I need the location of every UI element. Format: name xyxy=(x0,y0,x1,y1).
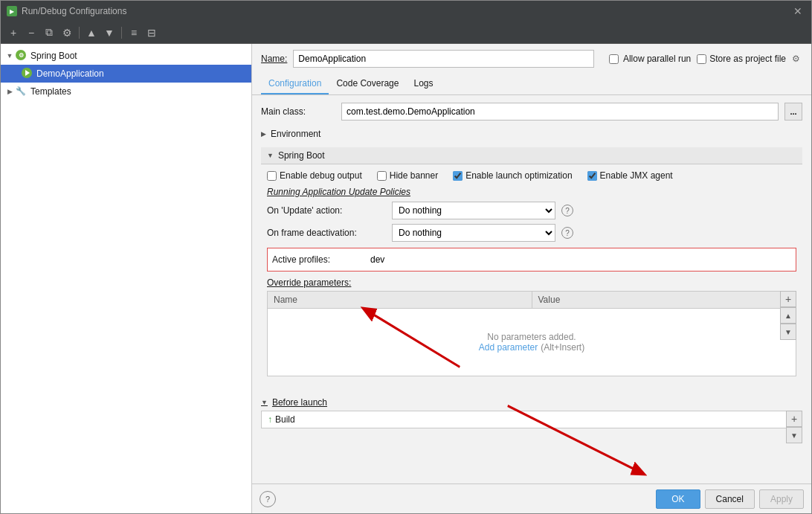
tab-code-coverage[interactable]: Code Coverage xyxy=(329,74,406,94)
app-icon: ▶ xyxy=(7,6,17,16)
add-param-row: Add parameter (Alt+Insert) xyxy=(479,342,584,353)
main-class-row: Main class: ... xyxy=(261,103,802,121)
copy-config-button[interactable]: ⧉ xyxy=(41,25,57,41)
build-label: Build xyxy=(275,414,295,425)
left-panel: ▼ ⚙ Spring Boot DemoApplication ▶ xyxy=(1,44,252,513)
enable-launch-opt-label: Enable launch optimization xyxy=(465,170,572,181)
environment-arrow-icon: ▶ xyxy=(261,130,266,138)
active-profiles-label: Active profiles: xyxy=(272,254,361,265)
toolbar-separator-2 xyxy=(121,27,122,39)
override-params-section: Override parameters: Name Value No param… xyxy=(267,277,796,376)
before-launch-scroll-down-button[interactable]: ▼ xyxy=(786,427,802,443)
dialog-window: ▶ Run/Debug Configurations ✕ + − ⧉ ⚙ ▲ ▼… xyxy=(0,0,812,514)
help-button[interactable]: ? xyxy=(260,491,276,507)
add-param-shortcut: (Alt+Insert) xyxy=(541,342,584,353)
ok-button[interactable]: OK xyxy=(656,489,700,509)
param-name-col-header: Name xyxy=(268,292,532,308)
collapse-arrow-spring-boot: ▼ xyxy=(4,50,16,62)
before-launch-header[interactable]: ▼ Before launch xyxy=(261,394,802,411)
tree-item-demo-app[interactable]: DemoApplication xyxy=(1,65,251,83)
policies-title: Running Application Update Policies xyxy=(267,187,796,197)
build-arrow-icon: ↑ xyxy=(268,414,272,425)
close-button[interactable]: ✕ xyxy=(790,4,805,18)
move-up-button[interactable]: ▲ xyxy=(83,25,100,41)
add-param-link[interactable]: Add parameter xyxy=(479,342,538,353)
spring-boot-section-arrow-icon: ▼ xyxy=(267,152,274,159)
enable-jmx-checkbox[interactable] xyxy=(587,171,597,181)
param-value-col-header: Value xyxy=(532,292,796,308)
spring-boot-label: Spring Boot xyxy=(30,51,77,61)
environment-section: ▶ Environment xyxy=(261,126,802,141)
spring-boot-section-title: Spring Boot xyxy=(278,150,325,161)
hide-banner-container: Hide banner xyxy=(377,170,438,181)
param-side-buttons: + ▲ ▼ xyxy=(780,291,796,340)
tree-view: ▼ ⚙ Spring Boot DemoApplication ▶ xyxy=(1,44,251,513)
name-label: Name: xyxy=(261,54,287,64)
override-params-title: Override parameters: xyxy=(267,277,796,288)
on-frame-help-icon[interactable]: ? xyxy=(561,227,573,239)
store-project-gear-icon[interactable]: ⚙ xyxy=(789,52,802,65)
on-update-select[interactable]: Do nothing xyxy=(392,202,555,219)
main-class-browse-button[interactable]: ... xyxy=(784,103,802,121)
move-down-button[interactable]: ▼ xyxy=(101,25,117,41)
enable-jmx-container: Enable JMX agent xyxy=(587,170,673,181)
environment-header[interactable]: ▶ Environment xyxy=(261,126,802,141)
no-params-message: No parameters added. xyxy=(487,332,576,342)
main-class-input[interactable] xyxy=(341,103,779,121)
store-project-checkbox[interactable] xyxy=(697,54,706,64)
toolbar: + − ⧉ ⚙ ▲ ▼ ≡ ⊟ xyxy=(1,22,811,44)
on-frame-label: On frame deactivation: xyxy=(267,228,386,238)
param-table-container: Name Value No parameters added. Add para… xyxy=(267,291,796,376)
on-update-label: On 'Update' action: xyxy=(267,205,386,216)
enable-debug-label: Enable debug output xyxy=(280,170,362,181)
titlebar: ▶ Run/Debug Configurations ✕ xyxy=(1,1,811,22)
environment-title: Environment xyxy=(271,129,320,139)
active-profiles-row: Active profiles: xyxy=(267,248,796,272)
store-project-label: Store as project file xyxy=(709,54,786,64)
build-item: ↑ Build xyxy=(268,414,295,425)
active-profiles-input[interactable] xyxy=(367,251,791,268)
param-table-body: No parameters added. Add parameter (Alt+… xyxy=(268,309,796,376)
apply-button[interactable]: Apply xyxy=(759,489,804,509)
on-update-help-icon[interactable]: ? xyxy=(561,205,573,216)
add-config-button[interactable]: + xyxy=(5,25,22,41)
tree-item-spring-boot[interactable]: ▼ ⚙ Spring Boot xyxy=(1,47,251,65)
split-button[interactable]: ⊟ xyxy=(144,25,160,41)
before-launch-title: Before launch xyxy=(272,397,327,408)
settings-button[interactable]: ⚙ xyxy=(59,25,75,41)
spring-boot-group-icon: ⚙ xyxy=(16,50,28,62)
demo-app-icon xyxy=(22,68,33,80)
allow-parallel-container: Allow parallel run xyxy=(609,54,691,64)
spring-checkboxes-row: Enable debug output Hide banner Enable l… xyxy=(267,170,796,181)
remove-config-button[interactable]: − xyxy=(23,25,39,41)
before-launch-add-button[interactable]: + xyxy=(786,411,802,427)
cancel-button[interactable]: Cancel xyxy=(705,489,755,509)
param-scroll-down-button[interactable]: ▼ xyxy=(780,324,796,340)
enable-launch-opt-checkbox[interactable] xyxy=(453,171,463,181)
spring-boot-section-header[interactable]: ▼ Spring Boot xyxy=(261,147,802,164)
toolbar-separator xyxy=(79,27,80,39)
allow-parallel-label: Allow parallel run xyxy=(623,54,691,64)
spring-boot-section: ▼ Spring Boot Enable debug output xyxy=(261,147,802,388)
param-table-header: Name Value xyxy=(268,292,796,309)
tab-configuration[interactable]: Configuration xyxy=(261,74,329,94)
sort-button[interactable]: ≡ xyxy=(126,25,142,41)
tree-item-templates[interactable]: ▶ 🔧 Templates xyxy=(1,83,251,100)
param-scroll-up-button[interactable]: ▲ xyxy=(780,307,796,324)
dialog-title: Run/Debug Configurations xyxy=(22,6,786,16)
tabs-bar: Configuration Code Coverage Logs xyxy=(252,74,811,95)
templates-label: Templates xyxy=(30,86,71,97)
on-frame-select[interactable]: Do nothing xyxy=(392,224,555,242)
name-input[interactable] xyxy=(293,50,594,68)
hide-banner-label: Hide banner xyxy=(390,170,438,181)
hide-banner-checkbox[interactable] xyxy=(377,171,387,181)
before-launch-content-container: ↑ Build + ▼ xyxy=(261,411,802,428)
allow-parallel-checkbox[interactable] xyxy=(609,54,619,64)
before-launch-content: ↑ Build xyxy=(261,411,802,428)
tab-logs[interactable]: Logs xyxy=(406,74,440,94)
enable-jmx-label: Enable JMX agent xyxy=(600,170,673,181)
enable-launch-opt-container: Enable launch optimization xyxy=(453,170,572,181)
param-add-button[interactable]: + xyxy=(780,291,796,307)
enable-debug-checkbox[interactable] xyxy=(267,171,277,181)
main-content: ▼ ⚙ Spring Boot DemoApplication ▶ xyxy=(1,44,811,513)
